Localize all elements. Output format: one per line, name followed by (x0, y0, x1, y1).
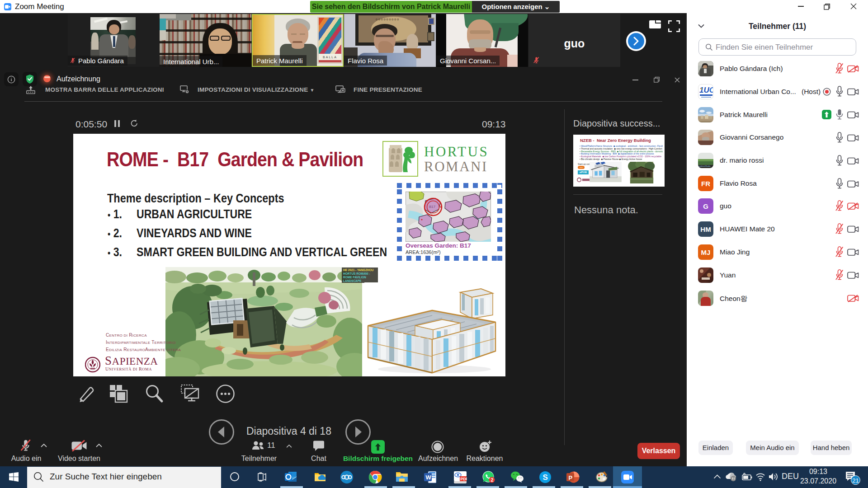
svg-text:S: S (543, 473, 548, 482)
svg-text:2: 2 (491, 478, 494, 483)
svg-text:PDF: PDF (461, 477, 467, 481)
svg-text:W: W (426, 474, 432, 481)
svg-text:B17: B17 (429, 205, 436, 209)
svg-text:P: P (569, 474, 573, 481)
